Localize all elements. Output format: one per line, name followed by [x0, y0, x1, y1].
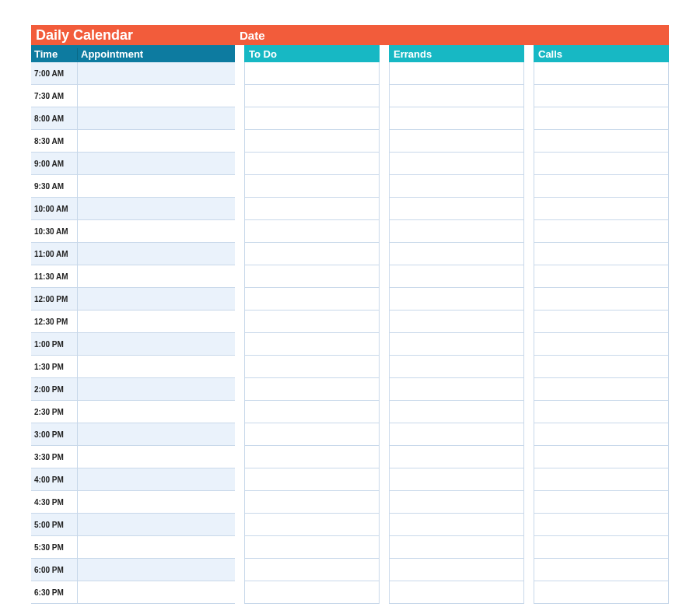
errands-cell[interactable]: [389, 288, 524, 311]
calls-cell[interactable]: [534, 265, 669, 288]
errands-cell[interactable]: [389, 356, 524, 378]
appointment-cell[interactable]: [78, 468, 235, 490]
appointment-cell[interactable]: [78, 491, 235, 513]
calls-cell[interactable]: [534, 175, 669, 198]
calls-cell[interactable]: [534, 491, 669, 514]
todo-cell[interactable]: [244, 198, 380, 220]
errands-cell[interactable]: [389, 514, 524, 536]
todo-cell[interactable]: [244, 130, 380, 153]
calls-cell[interactable]: [534, 130, 669, 153]
time-cell: 5:30 PM: [31, 536, 78, 558]
errands-cell[interactable]: [389, 107, 524, 130]
errands-cell[interactable]: [389, 265, 524, 288]
todo-cell[interactable]: [244, 153, 380, 175]
calls-cell[interactable]: [534, 333, 669, 356]
calls-cell[interactable]: [534, 446, 669, 468]
calls-cell[interactable]: [534, 401, 669, 423]
schedule-row: 7:00 AM: [31, 62, 235, 85]
appointment-cell[interactable]: [78, 536, 235, 558]
calls-cell[interactable]: [534, 198, 669, 220]
errands-cell[interactable]: [389, 333, 524, 356]
calls-cell[interactable]: [534, 423, 669, 446]
time-cell: 4:30 PM: [31, 491, 78, 513]
calls-cell[interactable]: [534, 62, 669, 85]
errands-cell[interactable]: [389, 85, 524, 107]
appointment-cell[interactable]: [78, 401, 235, 423]
appointment-cell[interactable]: [78, 153, 235, 174]
appointment-cell[interactable]: [78, 333, 235, 355]
appointment-cell[interactable]: [78, 130, 235, 152]
errands-cell[interactable]: [389, 401, 524, 423]
todo-cell[interactable]: [244, 378, 380, 401]
calls-cell[interactable]: [534, 581, 669, 604]
calls-cell[interactable]: [534, 559, 669, 581]
calls-cell[interactable]: [534, 356, 669, 378]
appointment-cell[interactable]: [78, 243, 235, 265]
calls-cell[interactable]: [534, 107, 669, 130]
errands-cell[interactable]: [389, 198, 524, 220]
errands-cell[interactable]: [389, 423, 524, 446]
calls-cell[interactable]: [534, 243, 669, 265]
todo-cell[interactable]: [244, 288, 380, 311]
todo-cell[interactable]: [244, 559, 380, 581]
todo-cell[interactable]: [244, 401, 380, 423]
calls-cell[interactable]: [534, 311, 669, 333]
todo-cell[interactable]: [244, 536, 380, 559]
todo-cell[interactable]: [244, 356, 380, 378]
appointment-cell[interactable]: [78, 62, 235, 84]
todo-cell[interactable]: [244, 265, 380, 288]
todo-cell[interactable]: [244, 175, 380, 198]
calls-cell[interactable]: [534, 536, 669, 559]
todo-cell[interactable]: [244, 333, 380, 356]
calls-cell[interactable]: [534, 153, 669, 175]
todo-cell[interactable]: [244, 581, 380, 604]
todo-cell[interactable]: [244, 446, 380, 468]
errands-cell[interactable]: [389, 62, 524, 85]
todo-cell[interactable]: [244, 423, 380, 446]
errands-cell[interactable]: [389, 153, 524, 175]
errands-cell[interactable]: [389, 559, 524, 581]
errands-cell[interactable]: [389, 130, 524, 153]
appointment-cell[interactable]: [78, 85, 235, 107]
appointment-cell[interactable]: [78, 198, 235, 219]
calls-cell[interactable]: [534, 378, 669, 401]
errands-cell[interactable]: [389, 311, 524, 333]
errands-cell[interactable]: [389, 378, 524, 401]
appointment-cell[interactable]: [78, 220, 235, 242]
errands-cell[interactable]: [389, 581, 524, 604]
appointment-cell[interactable]: [78, 356, 235, 377]
calls-cell[interactable]: [534, 220, 669, 243]
todo-cell[interactable]: [244, 62, 380, 85]
appointment-cell[interactable]: [78, 514, 235, 535]
errands-cell[interactable]: [389, 175, 524, 198]
calls-cell[interactable]: [534, 514, 669, 536]
todo-cell[interactable]: [244, 491, 380, 514]
todo-cell[interactable]: [244, 220, 380, 243]
errands-cell[interactable]: [389, 446, 524, 468]
todo-cell[interactable]: [244, 514, 380, 536]
todo-cell[interactable]: [244, 243, 380, 265]
errands-cell[interactable]: [389, 220, 524, 243]
todo-cell[interactable]: [244, 85, 380, 107]
appointment-cell[interactable]: [78, 378, 235, 400]
errands-cell[interactable]: [389, 468, 524, 491]
calls-cell[interactable]: [534, 85, 669, 107]
errands-cell[interactable]: [389, 536, 524, 559]
todo-cell[interactable]: [244, 468, 380, 491]
appointment-cell[interactable]: [78, 107, 235, 129]
appointment-cell[interactable]: [78, 446, 235, 468]
calls-cell[interactable]: [534, 468, 669, 491]
errands-cell[interactable]: [389, 243, 524, 265]
appointment-cell[interactable]: [78, 175, 235, 197]
calls-cell[interactable]: [534, 288, 669, 311]
appointment-cell[interactable]: [78, 265, 235, 287]
schedule-row: 1:00 PM: [31, 333, 235, 356]
appointment-cell[interactable]: [78, 288, 235, 310]
appointment-cell[interactable]: [78, 311, 235, 332]
appointment-cell[interactable]: [78, 559, 235, 581]
todo-cell[interactable]: [244, 311, 380, 333]
errands-cell[interactable]: [389, 491, 524, 514]
todo-cell[interactable]: [244, 107, 380, 130]
appointment-cell[interactable]: [78, 423, 235, 445]
appointment-cell[interactable]: [78, 581, 235, 603]
